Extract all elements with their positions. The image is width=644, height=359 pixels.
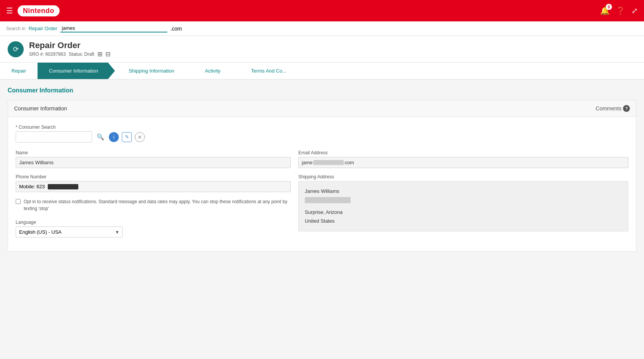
search-bar: Search in Repair Order .com: [0, 21, 644, 36]
comments-label: Comments: [595, 105, 621, 112]
header-icons: 🔔 0 ❓ ⤢: [600, 6, 638, 15]
phone-group: Phone Number Mobile: 623: [16, 174, 291, 192]
shipping-address-box: James Williams Surprise, Arizona United …: [298, 181, 628, 231]
consumer-info-section-title: Consumer Information: [8, 87, 636, 94]
page-title-block: Repair Order SRO #: 60297963 Status: Dra…: [29, 40, 110, 58]
email-label: Email Address: [298, 150, 628, 155]
language-group: Language English (US) - USA Spanish Fren…: [16, 220, 291, 238]
shipping-address-label: Shipping Address: [298, 174, 628, 180]
status-badge: Status: Draft: [69, 52, 94, 57]
consumer-search-label: * Consumer Search: [16, 125, 628, 130]
consumer-search-input[interactable]: [16, 131, 92, 142]
main-content: Consumer Information Consumer Informatio…: [0, 79, 644, 259]
hamburger-menu[interactable]: ☰: [6, 6, 13, 15]
tab-consumer-information[interactable]: Consumer Information: [37, 63, 115, 79]
repair-order-icon: ⟳: [8, 41, 24, 57]
language-select[interactable]: English (US) - USA Spanish French: [16, 226, 123, 238]
email-group: Email Address jame com: [298, 150, 628, 168]
info-icon[interactable]: i: [109, 132, 119, 142]
opt-in-checkbox[interactable]: [16, 199, 21, 204]
shipping-name: James Williams: [305, 187, 622, 196]
top-header: ☰ Nintendo 🔔 0 ❓ ⤢: [0, 0, 644, 21]
name-value: James Williams: [16, 157, 291, 168]
search-input[interactable]: [60, 24, 167, 32]
consumer-search-row: 🔍 i ✎ ✕: [16, 131, 628, 142]
expand-icon[interactable]: ⤢: [631, 6, 638, 15]
email-value: jame com: [298, 157, 628, 168]
card-body: * Consumer Search 🔍 i ✎ ✕ Name James Wil…: [8, 117, 636, 251]
page-title: Repair Order: [29, 40, 110, 50]
opt-in-row: Opt in to receive status notifications. …: [16, 198, 291, 212]
card-header: Consumer Information Comments ?: [8, 100, 636, 117]
page-header: ⟳ Repair Order SRO #: 60297963 Status: D…: [0, 36, 644, 63]
help-icon[interactable]: ❓: [616, 6, 625, 15]
grid-icon-1[interactable]: ⊞: [97, 50, 102, 58]
consumer-search-group: * Consumer Search 🔍 i ✎ ✕: [16, 125, 628, 142]
name-label: Name: [16, 150, 291, 155]
phone-label: Phone Number: [16, 174, 291, 180]
email-prefix: jame: [302, 160, 312, 165]
phone-value: Mobile: 623: [16, 181, 291, 192]
card-header-label: Consumer Information: [14, 105, 67, 112]
navigation-tabs: Repair Consumer Information Shipping Inf…: [0, 63, 644, 79]
shipping-country: United States: [305, 217, 622, 225]
tab-terms[interactable]: Terms And Co...: [237, 63, 298, 79]
tab-activity[interactable]: Activity: [191, 63, 237, 79]
comments-section: Comments ?: [595, 105, 630, 112]
search-email-suffix: .com: [170, 26, 182, 32]
edit-icon[interactable]: ✎: [122, 132, 132, 142]
opt-in-text: Opt in to receive status notifications. …: [24, 198, 291, 212]
grid-icon-2[interactable]: ⊟: [105, 50, 110, 58]
name-group: Name James Williams: [16, 150, 291, 168]
sro-number: SRO #: 60297963: [29, 52, 66, 57]
phone-redacted: [48, 184, 78, 189]
search-link[interactable]: Repair Order: [29, 26, 57, 31]
page-subtitle: SRO #: 60297963 Status: Draft ⊞ ⊟: [29, 50, 110, 58]
comments-help-icon[interactable]: ?: [623, 105, 630, 112]
email-suffix: com: [345, 160, 354, 165]
header-left: ☰ Nintendo: [6, 5, 60, 16]
consumer-info-card: Consumer Information Comments ? * Consum…: [8, 100, 636, 252]
left-column: Name James Williams Phone Number Mobile:…: [16, 150, 291, 244]
bell-icon-container[interactable]: 🔔 0: [600, 6, 610, 15]
right-column: Email Address jame com Shipping Address …: [298, 150, 628, 244]
shipping-city-state: Surprise, Arizona: [305, 208, 622, 217]
phone-prefix: Mobile: 623: [19, 184, 45, 189]
clear-icon[interactable]: ✕: [135, 132, 145, 142]
language-select-wrapper: English (US) - USA Spanish French ▼: [16, 226, 123, 238]
shipping-address-redacted: [305, 197, 351, 203]
form-two-column: Name James Williams Phone Number Mobile:…: [16, 150, 628, 244]
tab-repair[interactable]: Repair: [0, 63, 37, 79]
bell-badge: 0: [606, 4, 612, 10]
email-redacted: [313, 160, 344, 165]
search-icon[interactable]: 🔍: [95, 132, 106, 142]
language-label: Language: [16, 220, 291, 225]
shipping-address-group: Shipping Address James Williams Surprise…: [298, 174, 628, 231]
nintendo-logo: Nintendo: [18, 5, 60, 16]
search-in-label: Search in: [6, 26, 26, 31]
tab-shipping-information[interactable]: Shipping Information: [115, 63, 191, 79]
